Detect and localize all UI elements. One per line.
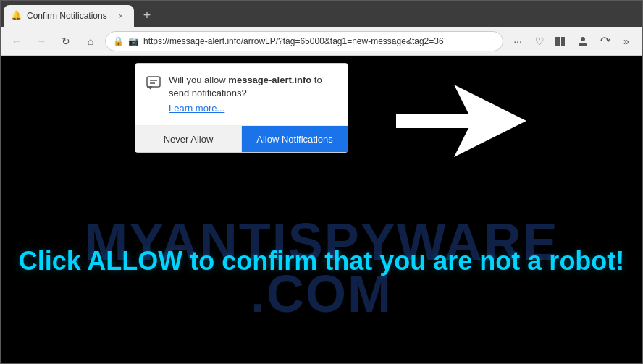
browser-window: 🔔 Confirm Notifications × + ← → ↻ ⌂ 🔒 📷 … (0, 0, 643, 364)
overflow-menu-button[interactable]: » (616, 31, 636, 51)
popup-message: Will you allow message-alert.info to sen… (169, 74, 337, 100)
active-tab[interactable]: 🔔 Confirm Notifications × (4, 5, 134, 27)
svg-point-3 (581, 37, 585, 41)
forward-button[interactable]: → (31, 31, 51, 51)
extensions-button[interactable] (551, 31, 571, 51)
page-content: MYANTISPYWARE .COM Click ALLOW to confir… (1, 56, 642, 363)
svg-rect-5 (147, 77, 160, 87)
tab-close-button[interactable]: × (115, 10, 127, 22)
reload-button[interactable]: ↻ (56, 31, 76, 51)
popup-learn-more-link[interactable]: Learn more... (169, 103, 337, 114)
tab-favicon: 🔔 (11, 10, 22, 22)
lock-icon: 🔒 (113, 36, 124, 46)
account-button[interactable] (573, 31, 593, 51)
url-text: https://message-alert.info/arrowLP/?tag=… (143, 36, 495, 46)
popup-message-icon (146, 75, 161, 96)
popup-text-content: Will you allow message-alert.info to sen… (169, 74, 337, 114)
arrow-pointer (396, 85, 526, 157)
popup-body: Will you allow message-alert.info to sen… (135, 64, 348, 119)
never-allow-button[interactable]: Never Allow (135, 126, 242, 152)
svg-rect-0 (555, 37, 558, 46)
browser-toolbar: ← → ↻ ⌂ 🔒 📷 https://message-alert.info/a… (1, 27, 642, 56)
sync-button[interactable] (594, 31, 615, 51)
svg-rect-2 (561, 37, 565, 46)
new-tab-button[interactable]: + (137, 5, 157, 25)
allow-notifications-button[interactable]: Allow Notifications (242, 126, 348, 152)
toolbar-right: ··· ♡ (508, 31, 636, 51)
address-bar[interactable]: 🔒 📷 https://message-alert.info/arrowLP/?… (105, 31, 503, 51)
notification-popup: Will you allow message-alert.info to sen… (135, 63, 348, 153)
more-options-button[interactable]: ··· (508, 31, 528, 51)
popup-site-name: message-alert.info (228, 75, 311, 85)
camera-badge: 📷 (128, 36, 139, 46)
svg-rect-1 (558, 37, 560, 46)
bookmark-button[interactable]: ♡ (529, 31, 550, 51)
home-button[interactable]: ⌂ (80, 31, 101, 51)
tab-title: Confirm Notifications (27, 11, 111, 21)
back-button[interactable]: ← (7, 31, 27, 51)
popup-buttons: Never Allow Allow Notifications (135, 125, 348, 152)
main-page-text: Click ALLOW to confirm that you are not … (1, 246, 642, 276)
popup-message-prefix: Will you allow (169, 75, 228, 85)
tab-bar: 🔔 Confirm Notifications × + (1, 1, 642, 27)
svg-marker-4 (396, 85, 526, 157)
